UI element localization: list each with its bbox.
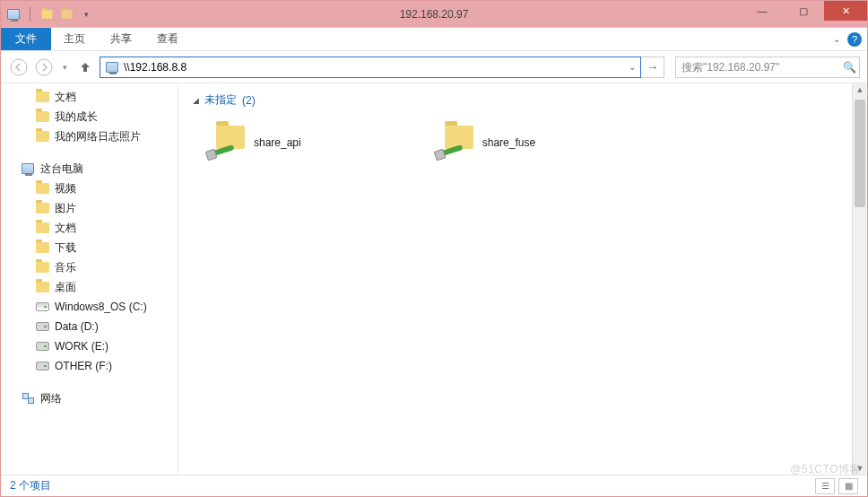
maximize-button[interactable]: ▢ [783, 1, 824, 21]
statusbar: 2 个项目 ☰ ▦ [1, 475, 867, 496]
item-label: share_api [254, 136, 301, 149]
navigation-pane[interactable]: 文档 我的成长 我的网络日志照片 这台电脑 视频 图片 文档 下载 音乐 桌面 … [1, 83, 178, 475]
icons-view-button[interactable]: ▦ [838, 478, 858, 494]
scroll-up-icon[interactable]: ▲ [853, 85, 867, 94]
sidebar-item-desktop[interactable]: 桌面 [1, 277, 178, 297]
up-button[interactable] [74, 57, 96, 78]
search-box[interactable]: 🔍 [675, 57, 860, 78]
sidebar-item-thispc[interactable]: 这台电脑 [1, 159, 178, 179]
sidebar-item-label: 这台电脑 [40, 161, 83, 177]
address-input[interactable] [124, 58, 624, 76]
tab-view[interactable]: 查看 [144, 28, 191, 50]
history-dropdown[interactable]: ▾ [58, 57, 71, 78]
svg-point-0 [11, 59, 27, 75]
sidebar-item-label: 我的成长 [55, 109, 98, 125]
address-dropdown-icon[interactable]: ⌄ [624, 62, 640, 72]
status-text: 2 个项目 [10, 478, 51, 493]
search-icon[interactable]: 🔍 [839, 61, 859, 74]
svg-point-1 [36, 59, 52, 75]
back-button[interactable] [8, 57, 30, 78]
item-label: share_fuse [482, 136, 535, 149]
sidebar-item-documents[interactable]: 文档 [1, 87, 178, 107]
sidebar-item-label: 下载 [55, 240, 76, 256]
navbar: ▾ ⌄ → 🔍 [1, 51, 867, 83]
help-icon[interactable]: ? [847, 32, 862, 47]
sidebar-item-label: Windows8_OS (C:) [55, 301, 147, 313]
separator [30, 7, 30, 22]
sidebar-item-drive-e[interactable]: WORK (E:) [1, 336, 178, 356]
titlebar: ▾ 192.168.20.97 — ▢ ✕ [1, 1, 867, 28]
sidebar-item-pictures[interactable]: 图片 [1, 198, 178, 218]
tab-share[interactable]: 共享 [98, 28, 144, 50]
collapse-icon[interactable]: ◢ [193, 96, 199, 105]
sidebar-item-label: 我的网络日志照片 [55, 129, 141, 144]
scroll-down-icon[interactable]: ▼ [853, 464, 867, 473]
sidebar-item-music[interactable]: 音乐 [1, 257, 178, 277]
sidebar-item-label: 音乐 [55, 260, 76, 275]
sidebar-item-label: 文档 [55, 90, 76, 105]
qat-newfolder-icon[interactable] [59, 7, 74, 22]
sidebar-item-drive-f[interactable]: OTHER (F:) [1, 356, 178, 376]
sidebar-item-label: 图片 [55, 201, 76, 216]
sidebar-item-label: 桌面 [55, 280, 76, 295]
sidebar-item-label: OTHER (F:) [55, 360, 112, 372]
quick-access-toolbar: ▾ [1, 7, 93, 22]
sidebar-item-blogphotos[interactable]: 我的网络日志照片 [1, 126, 178, 146]
search-input[interactable] [676, 58, 839, 76]
sidebar-item-drive-d[interactable]: Data (D:) [1, 317, 178, 336]
vertical-scrollbar[interactable]: ▲ ▼ [852, 83, 867, 475]
sidebar-item-growth[interactable]: 我的成长 [1, 107, 178, 126]
share-folder-icon [209, 126, 247, 160]
ribbon: 文件 主页 共享 查看 ⌄ ? [1, 28, 867, 51]
sidebar-item-videos[interactable]: 视频 [1, 179, 178, 198]
tab-home[interactable]: 主页 [51, 28, 98, 50]
content-wrap: ◢ 未指定 (2) share_api [178, 83, 867, 475]
folder-item[interactable]: share_fuse [438, 126, 535, 160]
close-button[interactable]: ✕ [824, 1, 867, 21]
body: 文档 我的成长 我的网络日志照片 这台电脑 视频 图片 文档 下载 音乐 桌面 … [1, 83, 867, 475]
view-buttons: ☰ ▦ [815, 478, 858, 494]
share-folder-icon [438, 126, 475, 160]
qat-dropdown-icon[interactable]: ▾ [79, 7, 93, 22]
sidebar-item-drive-c[interactable]: Windows8_OS (C:) [1, 297, 178, 317]
ribbon-expand-icon[interactable]: ⌄ [833, 34, 840, 44]
go-refresh-button[interactable]: → [641, 57, 664, 78]
explorer-window: ▾ 192.168.20.97 — ▢ ✕ 文件 主页 共享 查看 ⌄ ? ▾ [0, 0, 868, 497]
folder-item[interactable]: share_api [209, 126, 301, 160]
sidebar-item-downloads[interactable]: 下载 [1, 238, 178, 257]
sidebar-item-label: 视频 [55, 181, 76, 196]
minimize-button[interactable]: — [742, 1, 783, 21]
forward-button[interactable] [33, 57, 55, 78]
details-view-button[interactable]: ☰ [815, 478, 835, 494]
address-bar[interactable]: ⌄ [100, 57, 641, 78]
window-controls: — ▢ ✕ [742, 1, 867, 21]
window-title: 192.168.20.97 [1, 8, 867, 21]
group-label: 未指定 [204, 92, 237, 108]
address-icon [104, 59, 120, 75]
group-count: (2) [242, 94, 256, 107]
sidebar-item-label: Data (D:) [55, 320, 99, 333]
items-area: share_api share_fuse [187, 108, 852, 160]
sidebar-item-label: 网络 [40, 391, 62, 406]
sidebar-item-label: 文档 [55, 221, 76, 236]
sidebar-item-network[interactable]: 网络 [1, 388, 178, 408]
group-header[interactable]: ◢ 未指定 (2) [193, 92, 852, 108]
sidebar-item-label: WORK (E:) [55, 340, 108, 353]
scroll-thumb[interactable] [855, 100, 865, 207]
file-tab[interactable]: 文件 [1, 28, 51, 50]
app-icon [6, 7, 21, 22]
qat-properties-icon[interactable] [39, 7, 54, 22]
content-pane[interactable]: ◢ 未指定 (2) share_api [178, 83, 852, 475]
sidebar-item-documents2[interactable]: 文档 [1, 218, 178, 238]
